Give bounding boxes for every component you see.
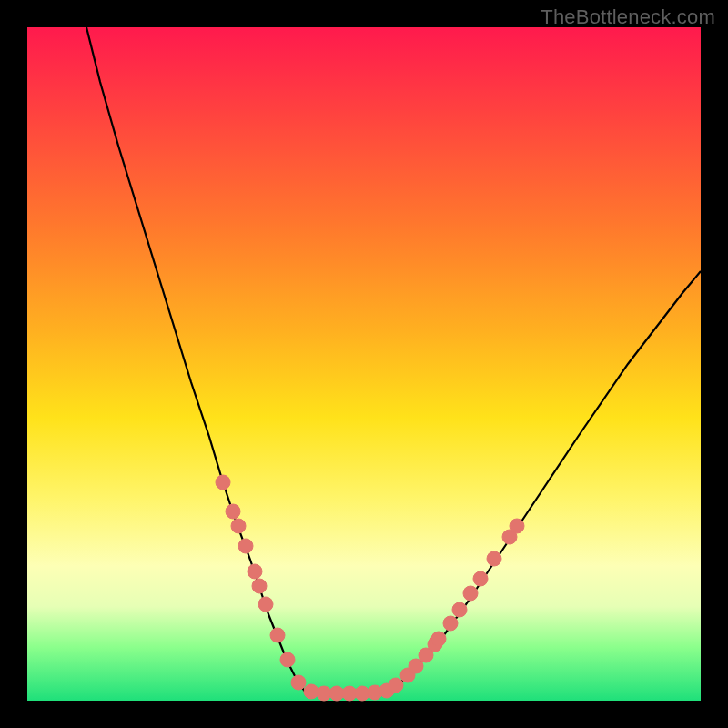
- data-dot: [270, 628, 285, 642]
- data-dot: [431, 632, 446, 646]
- watermark-text: TheBottleneck.com: [541, 5, 715, 29]
- data-dot: [473, 571, 488, 586]
- data-dot: [463, 586, 478, 601]
- dots-left-group: [216, 475, 306, 690]
- data-dot: [389, 678, 403, 693]
- data-dot: [231, 519, 246, 533]
- data-dot: [280, 652, 295, 667]
- data-dot: [487, 551, 501, 566]
- data-dot: [304, 684, 318, 699]
- data-dot: [443, 616, 458, 631]
- data-dot: [248, 564, 262, 579]
- dots-right-group: [389, 519, 524, 693]
- data-dot: [452, 602, 467, 617]
- chart-gradient-frame: [27, 27, 701, 701]
- data-dot: [252, 579, 267, 593]
- data-dot: [216, 475, 230, 490]
- data-dot: [226, 504, 240, 519]
- chart-svg: [27, 27, 701, 701]
- data-dot: [291, 675, 306, 690]
- dots-bottom-group: [304, 683, 394, 701]
- data-dot: [258, 597, 273, 612]
- right-curve: [387, 271, 701, 692]
- data-dot: [238, 539, 253, 553]
- left-curve: [86, 27, 305, 692]
- data-dot: [510, 519, 524, 533]
